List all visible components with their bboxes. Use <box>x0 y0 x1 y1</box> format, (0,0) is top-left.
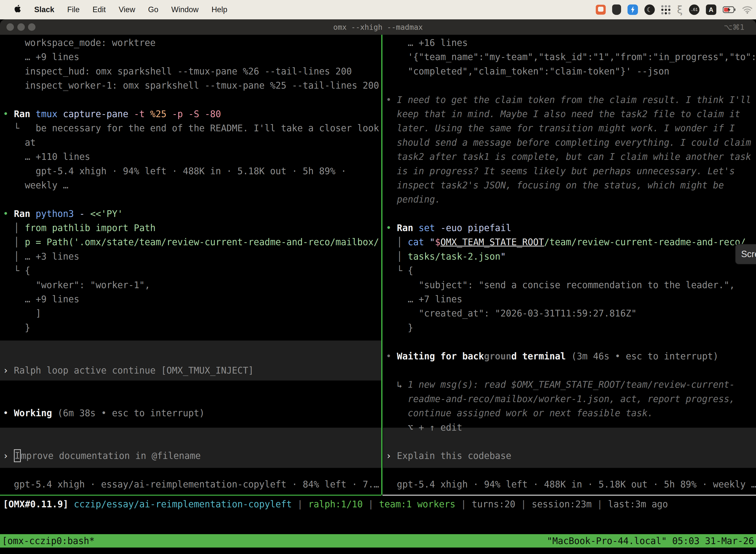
slack-chat-icon[interactable] <box>596 5 606 15</box>
text-segment: be necessary for the end of the README. … <box>36 123 379 133</box>
terminal-line: gpt-5.4 xhigh · 94% left · 488K in · 5.1… <box>386 477 756 491</box>
terminal-line <box>386 335 756 349</box>
terminal-line: › Improve documentation in @filename <box>3 449 381 463</box>
terminal-line: • Ran set -euo pipefail <box>386 221 756 235</box>
text-segment: team:1 workers <box>379 499 455 510</box>
text-segment: Ran <box>14 109 36 119</box>
window-shortcut: ⌥⌘1 <box>724 19 745 35</box>
input-source-icon[interactable]: A <box>706 4 716 15</box>
text-segment: I need to get the claim token from the c… <box>397 95 751 105</box>
text-segment: d terminal <box>511 351 571 362</box>
pane-border-active <box>0 495 381 496</box>
text-segment: ↳ <box>386 379 408 390</box>
tmux-pane-left[interactable]: workspace_mode: worktree … +9 lines insp… <box>0 35 381 495</box>
window-titlebar[interactable]: omx --xhigh --madmax ⌥⌘1 <box>0 19 756 35</box>
apple-menu[interactable] <box>14 4 21 15</box>
text-segment: -p <box>172 109 188 119</box>
squiggle-icon[interactable]: ξ <box>677 4 683 15</box>
text-segment: session:23m <box>532 499 592 510</box>
text-segment: /team/review-current-readme-and-reco/ <box>544 237 746 247</box>
dots-grid-icon[interactable] <box>661 5 671 14</box>
text-segment: | <box>515 499 532 510</box>
text-segment: 1 new msg(s): read $OMX_TEAM_STATE_ROOT/… <box>408 379 735 390</box>
terminal-line: │ from pathlib import Path <box>3 221 381 235</box>
text-segment: [OMX#0.11.9] <box>3 499 68 510</box>
terminal-line: • Working (6m 38s • esc to interrupt) <box>3 406 381 420</box>
blue-badge-icon[interactable] <box>628 4 638 15</box>
menu-item-edit[interactable]: Edit <box>92 5 106 14</box>
menu-status-icons: ☾ ξ ..61 A <box>596 0 753 19</box>
terminal-line: inspect task2's JSON, focusing on the st… <box>386 178 756 192</box>
text-segment: { <box>25 265 30 276</box>
text-segment: <<'PY' <box>90 209 123 219</box>
menu-item-file[interactable]: File <box>67 5 80 14</box>
terminal-line: › Ralph loop active continue [OMX_TMUX_I… <box>3 364 381 378</box>
text-segment: from pathlib import Path <box>25 223 155 233</box>
terminal-line <box>3 463 381 477</box>
tmux-pane-right[interactable]: … +16 lines '{"team_name":"my-team","tas… <box>383 35 756 495</box>
text-segment: │ <box>386 237 408 247</box>
battery-icon[interactable] <box>723 6 736 13</box>
text-segment: … +16 lines <box>386 38 468 48</box>
moon-icon[interactable]: ☾ <box>644 4 655 15</box>
menu-item-window[interactable]: Window <box>171 5 198 14</box>
text-segment: should send a message before completing … <box>386 137 751 148</box>
terminal-lines: … +16 lines '{"team_name":"my-team","tas… <box>383 35 756 492</box>
terminal-line: │ tasks/task-2.json" <box>386 250 756 264</box>
text-segment: is in progress? It seems likely but perh… <box>386 166 735 176</box>
text-segment: } <box>386 322 413 333</box>
terminal-line <box>386 435 756 449</box>
text-segment: } <box>3 322 30 333</box>
text-segment: (6m 38s • esc to interrupt) <box>58 408 205 419</box>
text-segment <box>68 499 74 510</box>
terminal-line <box>3 335 381 349</box>
menu-item-help[interactable]: Help <box>211 5 228 14</box>
menu-bar: SlackFileEditViewGoWindowHelp ☾ ξ ..61 A <box>0 0 756 19</box>
menu-item-view[interactable]: View <box>119 5 135 14</box>
terminal-line: workspace_mode: worktree <box>3 36 381 50</box>
terminal-line: "completed","claim_token":"claim-token"}… <box>386 64 756 78</box>
text-segment: later. Using the same for transition mig… <box>386 123 735 133</box>
terminal-line: • Waiting for background terminal (3m 46… <box>386 349 756 364</box>
terminal-line: gpt-5.4 xhigh · 94% left · 488K in · 5.1… <box>3 164 381 178</box>
shield-keypad-icon[interactable] <box>612 4 621 15</box>
text-segment: " <box>500 251 506 262</box>
text-segment: • <box>3 209 14 219</box>
text-segment: ⌥ + ↑ edit <box>386 422 462 433</box>
text-segment: • <box>386 223 397 233</box>
text-segment: └ <box>386 265 408 276</box>
text-segment: ] <box>3 308 41 319</box>
terminal-line: ↳ 1 new msg(s): read $OMX_TEAM_STATE_ROO… <box>386 378 756 392</box>
text-segment: … +110 lines <box>3 151 90 162</box>
terminal-line: weekly … <box>3 178 381 192</box>
text-segment: | <box>363 499 379 510</box>
terminal-line: continue assigned work or next feasible … <box>386 406 756 420</box>
screen: SlackFileEditViewGoWindowHelp ☾ ξ ..61 A… <box>0 0 756 554</box>
terminal-line: at <box>3 135 381 150</box>
terminal-line <box>3 392 381 406</box>
wifi-icon[interactable] <box>742 6 753 14</box>
text-segment: $ <box>435 237 441 247</box>
text-segment: › <box>3 365 14 376</box>
menu-items: SlackFileEditViewGoWindowHelp <box>34 5 227 14</box>
terminal-line: is in progress? It seems likely but perh… <box>386 164 756 178</box>
text-segment: • <box>386 95 397 105</box>
text-segment: python3 <box>36 209 79 219</box>
terminal-line: … +9 lines <box>3 292 381 306</box>
menu-item-slack[interactable]: Slack <box>34 5 54 14</box>
terminal-window: omx --xhigh --madmax ⌥⌘1 workspace_mode:… <box>0 19 756 554</box>
text-segment: Waiting for back <box>397 351 484 362</box>
text-segment: - <box>79 209 90 219</box>
pane-border-inactive <box>382 495 756 496</box>
terminal-line: │ p = Path('.omx/state/team/review-curre… <box>3 235 381 249</box>
terminal-line: … +110 lines <box>3 150 381 164</box>
text-segment: gpt-5.4 xhigh · 94% left · 488K in · 5.1… <box>3 166 346 176</box>
moon-glyph: ☾ <box>647 6 652 13</box>
menu-item-go[interactable]: Go <box>148 5 158 14</box>
text-segment: Ralph loop active continue [OMX_TMUX_INJ… <box>14 365 254 376</box>
count-badge-icon[interactable]: ..61 <box>689 4 699 15</box>
terminal-line: "worker": "worker-1", <box>3 278 381 292</box>
text-segment: • <box>3 109 14 119</box>
text-segment: workspace_mode: worktree <box>3 38 155 48</box>
text-segment: -t <box>134 109 150 119</box>
